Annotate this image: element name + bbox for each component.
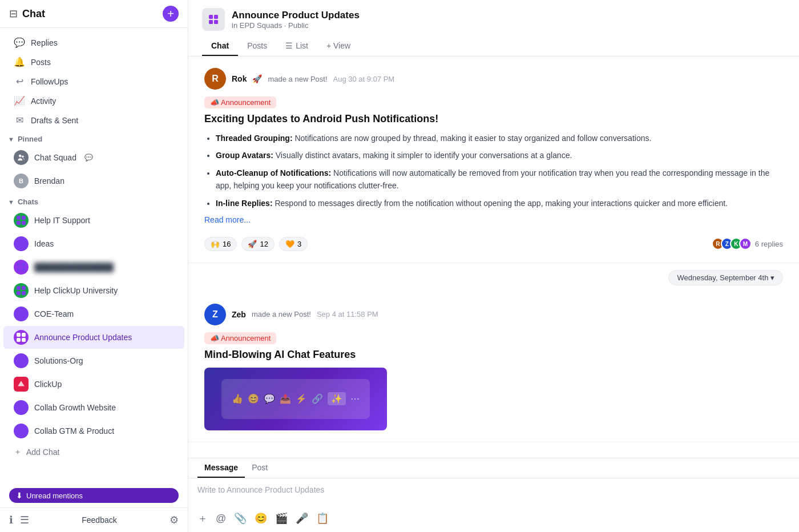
reaction-rocket[interactable]: 🚀 12 bbox=[241, 237, 274, 251]
sidebar-item-help-clickup[interactable]: Help ClickUp University bbox=[3, 279, 184, 302]
clickup-avatar bbox=[14, 377, 29, 392]
sidebar-footer: ℹ ☰ Feedback ⚙ bbox=[0, 507, 188, 532]
feedback-button[interactable]: Feedback bbox=[82, 515, 116, 525]
img-icon-8: ⋯ bbox=[350, 393, 360, 404]
reaction-heart[interactable]: 🧡 3 bbox=[279, 237, 308, 251]
sidebar-item-collab-growth[interactable]: Collab Growth Website bbox=[3, 396, 184, 419]
emoji-attach-icon[interactable]: 📎 bbox=[234, 512, 247, 525]
post-title-2: Mind-Blowing AI Chat Features bbox=[204, 349, 783, 361]
message-block-2: Z Zeb made a new Post! Sep 4 at 11:58 PM… bbox=[188, 292, 799, 442]
sidebar-item-collab-gtm[interactable]: Collab GTM & Product bbox=[3, 420, 184, 442]
unread-mentions-badge[interactable]: ⬇ Unread mentions bbox=[9, 488, 179, 503]
drafts-icon: ✉ bbox=[14, 115, 25, 126]
sidebar-item-brendan[interactable]: B Brendan bbox=[3, 170, 184, 192]
sidebar-item-drafts[interactable]: ✉ Drafts & Sent bbox=[3, 111, 184, 130]
unread-arrow-icon: ⬇ bbox=[16, 491, 23, 500]
channel-icon bbox=[202, 8, 225, 31]
announcement-tag-2: 📣 Announcement bbox=[204, 332, 276, 344]
post-image-preview: 👍 😊 💬 📤 ⚡ 🔗 ✨ ⋯ bbox=[204, 368, 387, 430]
sidebar-item-followups[interactable]: ↩ FollowUps bbox=[3, 72, 184, 91]
rok-time: Aug 30 at 9:07 PM bbox=[333, 75, 395, 83]
bullet-2-text: Visually distinct avatars, making it sim… bbox=[273, 151, 572, 160]
chats-section-header[interactable]: ▼ Chats bbox=[0, 193, 188, 208]
sidebar-item-ideas[interactable]: Ideas bbox=[3, 232, 184, 255]
reactions-row-1: 🙌 16 🚀 12 🧡 3 R Z bbox=[204, 237, 783, 251]
reaction-clap[interactable]: 🙌 16 bbox=[204, 237, 237, 251]
sidebar-item-solutions-org[interactable]: Solutions-Org bbox=[3, 349, 184, 372]
add-chat-label: Add Chat bbox=[26, 448, 59, 457]
post-title-1: Exciting Updates to Android Push Notific… bbox=[204, 113, 783, 125]
settings-icon[interactable]: ⚙ bbox=[170, 514, 179, 526]
add-chat-row[interactable]: ＋ Add Chat bbox=[3, 443, 184, 461]
replies-label: Replies bbox=[31, 38, 58, 47]
add-button[interactable]: + bbox=[163, 6, 179, 22]
channel-subtitle: in EPD Squads · Public bbox=[232, 21, 360, 30]
solutions-name: Solutions-Org bbox=[34, 356, 83, 365]
sidebar-item-posts[interactable]: 🔔 Posts bbox=[3, 53, 184, 71]
input-tab-message[interactable]: Message bbox=[197, 458, 245, 478]
date-pill[interactable]: Wednesday, September 4th ▾ bbox=[668, 270, 783, 285]
svg-rect-5 bbox=[209, 20, 213, 24]
clickup-name: ClickUp bbox=[34, 380, 62, 389]
sidebar-item-activity[interactable]: 📈 Activity bbox=[3, 91, 184, 110]
sidebar-item-chat-squad[interactable]: Chat Squad 💬 bbox=[3, 146, 184, 169]
video-icon[interactable]: 🎬 bbox=[275, 512, 288, 525]
reply-avatar-4: M bbox=[739, 237, 752, 250]
channel-tabs: Chat Posts ☰ List + View bbox=[202, 37, 785, 56]
bullet-2: Group Avatars: Visually distinct avatars… bbox=[216, 149, 783, 162]
sidebar-item-blurred[interactable]: ██████████████ bbox=[3, 256, 184, 279]
sidebar: ⊟ Chat + 💬 Replies 🔔 Posts ↩ FollowUps 📈… bbox=[0, 0, 188, 532]
replies-count-1: 6 replies bbox=[755, 240, 783, 248]
bullet-1-bold: Threaded Grouping: bbox=[216, 134, 293, 143]
sidebar-nav: 💬 Replies 🔔 Posts ↩ FollowUps 📈 Activity… bbox=[0, 28, 188, 488]
announce-name: Announce Product Updates bbox=[34, 333, 132, 342]
blurred-avatar bbox=[14, 260, 29, 275]
svg-rect-6 bbox=[214, 20, 218, 24]
sidebar-item-coe-team[interactable]: COE-Team bbox=[3, 303, 184, 325]
announce-avatar bbox=[14, 330, 29, 345]
sidebar-item-help-it-support[interactable]: Help IT Support bbox=[3, 209, 184, 232]
img-icon-2: 😊 bbox=[248, 393, 259, 404]
bullet-3: Auto-Cleanup of Notifications: Notificat… bbox=[216, 167, 783, 192]
input-placeholder: Write to Announce Product Updates bbox=[197, 485, 324, 494]
replies-info-1[interactable]: R Z K M 6 replies bbox=[712, 237, 783, 250]
clap-emoji: 🙌 bbox=[211, 240, 220, 248]
sidebar-item-announce-product-updates[interactable]: Announce Product Updates bbox=[3, 326, 184, 349]
pinned-section-header[interactable]: ▼ Pinned bbox=[0, 130, 188, 146]
svg-point-0 bbox=[19, 155, 22, 158]
message-meta-2: Z Zeb made a new Post! Sep 4 at 11:58 PM bbox=[204, 304, 783, 325]
tab-view[interactable]: + View bbox=[317, 37, 360, 56]
activity-label: Activity bbox=[31, 96, 56, 106]
mic-icon[interactable]: 🎤 bbox=[296, 512, 308, 525]
img-icon-3: 💬 bbox=[264, 393, 275, 404]
mention-icon[interactable]: @ bbox=[216, 513, 226, 525]
sidebar-item-replies[interactable]: 💬 Replies bbox=[3, 33, 184, 52]
zeb-avatar: Z bbox=[204, 304, 226, 325]
tab-list[interactable]: ☰ List bbox=[276, 37, 317, 56]
heart-count: 3 bbox=[297, 240, 301, 248]
collab-gtm-name: Collab GTM & Product bbox=[34, 426, 114, 436]
list-icon[interactable]: ☰ bbox=[20, 514, 29, 526]
chat-squad-name: Chat Squad bbox=[34, 153, 76, 162]
collab-gtm-avatar bbox=[14, 424, 29, 438]
tab-posts[interactable]: Posts bbox=[238, 37, 276, 56]
read-more-link[interactable]: Read more... bbox=[204, 215, 251, 224]
hamburger-icon[interactable]: ⊟ bbox=[9, 7, 18, 20]
followups-icon: ↩ bbox=[14, 76, 25, 87]
input-tabs: Message Post bbox=[188, 458, 799, 478]
sidebar-item-clickup[interactable]: ClickUp bbox=[3, 373, 184, 396]
input-tab-post[interactable]: Post bbox=[245, 458, 275, 478]
unread-mentions-label: Unread mentions bbox=[26, 491, 83, 500]
info-icon[interactable]: ℹ bbox=[9, 514, 13, 526]
sidebar-header: ⊟ Chat + bbox=[0, 0, 188, 28]
input-area: Message Post Write to Announce Product U… bbox=[188, 458, 799, 532]
clipboard-icon[interactable]: 📋 bbox=[316, 512, 329, 525]
list-icon-small: ☰ bbox=[285, 41, 293, 50]
tab-chat[interactable]: Chat bbox=[202, 37, 238, 56]
message-input[interactable]: Write to Announce Product Updates bbox=[188, 478, 799, 507]
ideas-name: Ideas bbox=[34, 239, 54, 248]
attach-icon[interactable]: ＋ bbox=[197, 511, 208, 525]
gif-icon[interactable]: 😊 bbox=[255, 512, 267, 525]
message-1-content: 📣 Announcement Exciting Updates to Andro… bbox=[204, 96, 783, 251]
svg-rect-4 bbox=[214, 15, 218, 19]
